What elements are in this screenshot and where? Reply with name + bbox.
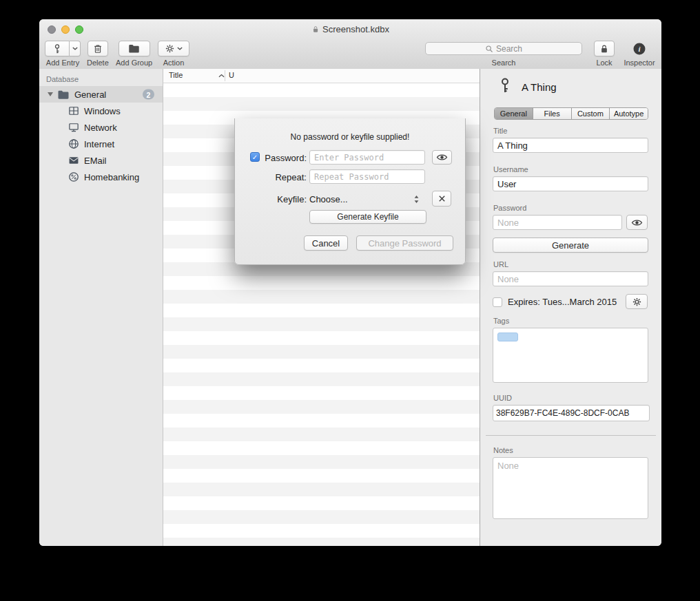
title-field-label: Title <box>493 127 507 135</box>
close-button[interactable] <box>48 25 56 34</box>
screen: Screenshot.kdbx Add Entry Delete <box>0 0 700 601</box>
tab-autotype[interactable]: Autotype <box>610 108 648 119</box>
eye-icon <box>436 153 448 162</box>
column-divider[interactable] <box>225 70 225 81</box>
disclosure-triangle-icon[interactable] <box>48 92 53 96</box>
toolbar-add-entry: Add Entry <box>45 41 81 67</box>
title-bar: Screenshot.kdbx Add Entry Delete <box>39 19 661 70</box>
monitor-icon <box>68 123 79 132</box>
app-window: Screenshot.kdbx Add Entry Delete <box>39 19 661 546</box>
inspector-panel: A Thing General Files Custom Autotype Ti… <box>480 69 661 546</box>
toolbar-lock: Lock <box>594 41 615 67</box>
add-group-button[interactable] <box>119 41 150 56</box>
tags-field-label: Tags <box>493 317 509 325</box>
search-label: Search <box>492 59 516 67</box>
sidebar-item-label: Windows <box>84 106 121 116</box>
password-input[interactable] <box>309 150 425 165</box>
sidebar: Database General 2 Windows Network <box>39 69 163 546</box>
windows-icon <box>68 106 79 116</box>
lock-label: Lock <box>596 59 612 67</box>
add-entry-dropdown[interactable] <box>70 41 81 56</box>
add-entry-button[interactable] <box>45 41 70 56</box>
title-field[interactable] <box>493 138 648 153</box>
folder-icon <box>128 43 140 54</box>
action-button[interactable] <box>158 41 189 56</box>
column-header-title[interactable]: Title <box>169 71 183 79</box>
main-content: Database General 2 Windows Network <box>39 69 661 546</box>
document-lock-icon <box>311 25 319 33</box>
trash-icon <box>92 43 103 54</box>
password-checkbox[interactable]: ✓ <box>250 152 260 162</box>
keyfile-label: Keyfile: <box>262 194 307 204</box>
chevron-down-icon <box>72 47 78 50</box>
repeat-input[interactable] <box>309 169 425 184</box>
tab-custom[interactable]: Custom <box>572 108 610 119</box>
username-field-label: Username <box>493 165 528 173</box>
x-icon <box>438 194 446 203</box>
tags-field[interactable] <box>493 328 648 383</box>
notes-field[interactable] <box>493 457 648 519</box>
keyfile-popup-value: Choose... <box>309 194 348 204</box>
password-field[interactable] <box>493 215 622 230</box>
clear-keyfile-button[interactable] <box>432 191 451 207</box>
cancel-button[interactable]: Cancel <box>304 235 348 251</box>
toolbar-action: Action <box>158 41 189 67</box>
generate-password-button[interactable]: Generate <box>493 238 648 253</box>
inspector-tabs: General Files Custom Autotype <box>494 107 648 120</box>
url-field[interactable] <box>493 271 648 286</box>
sort-ascending-icon <box>218 74 225 78</box>
tab-general[interactable]: General <box>495 108 533 119</box>
expires-label: Expires: Tues...March 2015 <box>508 297 617 307</box>
stepper-up-down-icon <box>413 195 420 204</box>
eye-icon <box>631 218 643 227</box>
change-password-button[interactable]: Change Password <box>356 235 453 251</box>
expires-checkbox[interactable] <box>493 297 502 307</box>
generate-keyfile-button[interactable]: Generate Keyfile <box>309 210 426 224</box>
tab-files[interactable]: Files <box>533 108 572 119</box>
toolbar-inspector: Inspector <box>621 41 657 67</box>
sidebar-item-label: General <box>74 89 106 100</box>
dialog-message: No password or keyfile supplied! <box>235 132 465 142</box>
lock-button[interactable] <box>594 41 615 56</box>
sidebar-item-internet[interactable]: Internet <box>39 136 163 152</box>
add-entry-label: Add Entry <box>46 59 79 67</box>
reveal-password-button[interactable] <box>432 150 452 165</box>
padlock-icon <box>599 44 609 54</box>
entry-title: A Thing <box>522 81 557 93</box>
coin-percent-icon <box>68 171 79 182</box>
delete-button[interactable] <box>88 41 108 56</box>
search-input[interactable]: Search <box>425 42 582 55</box>
username-field[interactable] <box>493 176 648 191</box>
traffic-lights <box>48 25 83 34</box>
keyfile-popup[interactable]: Choose... <box>309 191 420 207</box>
chevron-down-icon <box>177 47 183 50</box>
toolbar-delete: Delete <box>87 41 109 67</box>
entry-count-badge: 2 <box>143 89 154 100</box>
sidebar-item-network[interactable]: Network <box>39 119 163 136</box>
gear-icon <box>165 43 175 54</box>
folder-icon <box>57 89 70 100</box>
zoom-button[interactable] <box>75 25 83 34</box>
key-icon <box>52 43 62 54</box>
sidebar-item-windows[interactable]: Windows <box>39 103 163 119</box>
sidebar-header: Database <box>46 75 163 83</box>
sidebar-item-label: EMail <box>84 156 107 166</box>
window-title-text: Screenshot.kdbx <box>322 24 389 34</box>
password-field-label: Password <box>493 204 526 212</box>
sidebar-item-email[interactable]: EMail <box>39 152 163 169</box>
search-placeholder: Search <box>496 44 522 54</box>
envelope-icon <box>68 156 79 165</box>
reveal-password-button[interactable] <box>626 215 648 230</box>
expires-settings-button[interactable] <box>626 294 648 309</box>
uuid-field[interactable] <box>493 405 650 421</box>
inspector-button[interactable] <box>632 41 646 56</box>
info-icon <box>632 42 646 56</box>
sidebar-item-label: Internet <box>84 139 114 149</box>
minimize-button[interactable] <box>61 25 70 34</box>
sidebar-item-homebanking[interactable]: Homebanking <box>39 169 163 185</box>
column-header-username[interactable]: U <box>229 71 234 79</box>
inspector-divider <box>486 435 656 436</box>
sidebar-item-general[interactable]: General 2 <box>39 86 163 103</box>
tag-chip[interactable] <box>497 333 518 341</box>
key-icon <box>497 76 513 94</box>
